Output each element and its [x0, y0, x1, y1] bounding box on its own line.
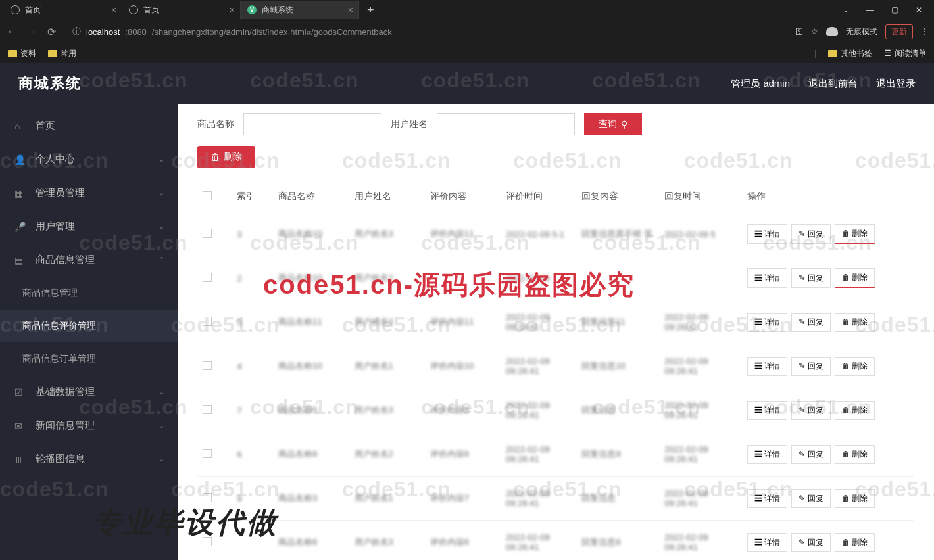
row-checkbox[interactable]	[203, 361, 212, 370]
detail-button[interactable]: ☰ 详情	[747, 401, 787, 420]
window-controls: ⌄ — ▢ ✕	[843, 5, 930, 14]
chevron-up-icon: ⌃	[159, 256, 164, 264]
sidebar-item-carousel[interactable]: ⫼轮播图信息⌄	[0, 442, 178, 476]
cell-ops: ☰ 详情 ✎ 回复 🗑 删除	[742, 388, 914, 432]
url-bar[interactable]: ⓘ localhost:8080/shangchengxitong/admin/…	[64, 23, 789, 40]
cell-index: 6	[232, 432, 273, 477]
cell-goods-name: 商品名称10	[273, 256, 349, 300]
close-icon[interactable]: ×	[111, 5, 116, 15]
browser-tab-active[interactable]: V 商城系统 ×	[241, 1, 359, 19]
detail-button[interactable]: ☰ 详情	[747, 357, 787, 376]
star-icon[interactable]: ☆	[811, 27, 818, 36]
bookmark-item[interactable]: 资料	[8, 48, 36, 59]
reply-button[interactable]: ✎ 回复	[791, 268, 830, 288]
home-icon: ⌂	[14, 121, 26, 131]
row-checkbox[interactable]	[203, 273, 212, 282]
reply-button[interactable]: ✎ 回复	[791, 401, 830, 420]
reading-list[interactable]: ☰阅读清单	[884, 48, 926, 59]
reply-button[interactable]: ✎ 回复	[791, 224, 830, 244]
detail-button[interactable]: ☰ 详情	[747, 489, 787, 508]
row-delete-button[interactable]: 🗑 删除	[835, 313, 875, 332]
row-checkbox[interactable]	[203, 537, 212, 546]
user-name-input[interactable]	[437, 113, 575, 135]
detail-button[interactable]: ☰ 详情	[747, 445, 787, 464]
back-icon[interactable]: ←	[5, 26, 18, 37]
sidebar-sub-goods-comment[interactable]: 商品信息评价管理	[0, 310, 178, 342]
url-host: localhost	[86, 27, 120, 37]
app: 商城系统 管理员 admin 退出到前台 退出登录 ⌂首页 👤个人中心⌄ ▦管理…	[0, 63, 934, 560]
row-checkbox[interactable]	[203, 317, 212, 326]
search-button[interactable]: 查询⚲	[584, 113, 642, 135]
new-tab-button[interactable]: +	[359, 3, 382, 17]
col-comment: 评价内容	[425, 181, 501, 212]
sidebar-item-basic[interactable]: ☑基础数据管理⌄	[0, 375, 178, 409]
goods-icon: ▤	[14, 255, 26, 266]
row-checkbox[interactable]	[203, 493, 212, 502]
logout-link[interactable]: 退出登录	[876, 78, 916, 90]
goods-name-input[interactable]	[243, 113, 381, 135]
reply-button[interactable]: ✎ 回复	[791, 533, 830, 552]
table-row: 6 商品名称8 用户姓名2 评价内容8 2022-02-09 09:26:41 …	[197, 432, 914, 477]
update-button[interactable]: 更新	[885, 24, 913, 39]
table-row: 9 商品名称3 用户姓名1 评价内容7 2022-02-09 09:26:41 …	[197, 477, 914, 521]
sidebar-item-admin[interactable]: ▦管理员管理⌄	[0, 176, 178, 210]
sidebar-item-news[interactable]: ✉新闻信息管理⌄	[0, 409, 178, 442]
row-delete-button[interactable]: 🗑 删除	[835, 357, 875, 376]
sidebar-item-home[interactable]: ⌂首页	[0, 109, 178, 143]
browser-tab[interactable]: 首页 ×	[122, 1, 241, 19]
list-icon: ☰	[884, 49, 891, 58]
cell-goods-name: 商品名称5	[273, 388, 349, 432]
key-icon[interactable]: ⚿	[795, 27, 803, 36]
table-row: 2 商品名称10 用户姓名2 2022-02-09 ☰ 详情 ✎ 回复 🗑 删除	[197, 256, 914, 300]
detail-button[interactable]: ☰ 详情	[747, 268, 787, 288]
minimize-icon[interactable]: —	[866, 5, 874, 14]
sidebar-item-users[interactable]: 🎤用户管理⌄	[0, 210, 178, 243]
app-header: 商城系统 管理员 admin 退出到前台 退出登录	[0, 63, 934, 104]
detail-button[interactable]: ☰ 详情	[747, 533, 787, 552]
row-delete-button[interactable]: 🗑 删除	[835, 533, 875, 552]
reply-button[interactable]: ✎ 回复	[791, 445, 830, 464]
goods-name-label: 商品名称	[197, 118, 234, 130]
cell-goods-name: 商品名称11	[273, 300, 349, 344]
col-reply: 回复内容	[576, 181, 659, 212]
sidebar-sub-goods-info[interactable]: 商品信息管理	[0, 277, 178, 310]
close-window-icon[interactable]: ✕	[916, 5, 922, 14]
info-icon[interactable]: ⓘ	[72, 26, 81, 37]
row-checkbox[interactable]	[203, 229, 212, 238]
chevron-down-icon[interactable]: ⌄	[843, 5, 849, 14]
close-icon[interactable]: ×	[348, 5, 353, 15]
row-checkbox[interactable]	[203, 449, 212, 458]
reply-button[interactable]: ✎ 回复	[791, 489, 830, 508]
row-delete-button[interactable]: 🗑 删除	[835, 268, 875, 288]
other-bookmarks[interactable]: 其他书签	[828, 48, 872, 59]
row-delete-button[interactable]: 🗑 删除	[835, 224, 875, 244]
menu-icon[interactable]: ⋮	[921, 27, 929, 36]
forward-icon[interactable]: →	[25, 26, 38, 37]
sidebar-item-personal[interactable]: 👤个人中心⌄	[0, 143, 178, 176]
sidebar-sub-goods-order[interactable]: 商品信息订单管理	[0, 342, 178, 375]
cell-time: 2022-02-09 09:26:41	[501, 388, 576, 432]
sidebar-item-goods[interactable]: ▤商品信息管理⌃	[0, 243, 178, 277]
table-row: 商品名称6 用户姓名3 评价内容6 2022-02-09 09:26:41 回复…	[197, 521, 914, 561]
reply-button[interactable]: ✎ 回复	[791, 357, 830, 376]
admin-icon: ▦	[14, 188, 26, 198]
go-frontend-link[interactable]: 退出到前台	[808, 78, 858, 90]
maximize-icon[interactable]: ▢	[891, 5, 898, 14]
cell-time: 2022-02-09	[501, 256, 576, 300]
select-all-checkbox[interactable]	[203, 191, 212, 200]
admin-user-label[interactable]: 管理员 admin	[731, 78, 790, 90]
cell-reply-time: 2022-02-09 09:26:41	[659, 477, 742, 521]
reply-button[interactable]: ✎ 回复	[791, 313, 830, 332]
reload-icon[interactable]: ⟳	[45, 26, 58, 38]
row-delete-button[interactable]: 🗑 删除	[835, 445, 875, 464]
close-icon[interactable]: ×	[230, 5, 235, 15]
batch-delete-button[interactable]: 🗑删除	[197, 146, 255, 168]
row-delete-button[interactable]: 🗑 删除	[835, 489, 875, 508]
row-delete-button[interactable]: 🗑 删除	[835, 401, 875, 420]
detail-button[interactable]: ☰ 详情	[747, 224, 787, 244]
row-checkbox[interactable]	[203, 405, 212, 414]
detail-button[interactable]: ☰ 详情	[747, 313, 787, 332]
cell-reply-time: 2022-02-09 09:26:41	[659, 344, 742, 388]
browser-tab[interactable]: 首页 ×	[4, 1, 122, 19]
bookmark-item[interactable]: 常用	[48, 48, 76, 59]
